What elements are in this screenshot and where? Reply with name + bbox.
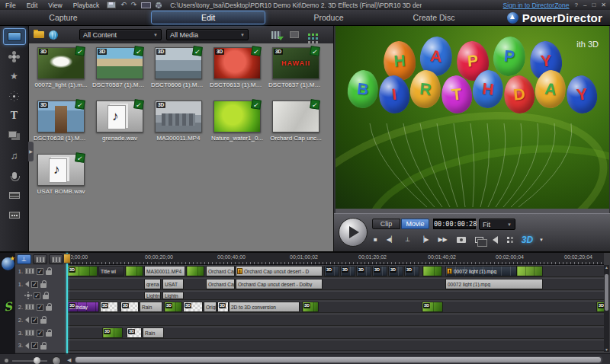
timeline-clip[interactable]: 3D	[102, 327, 123, 338]
timeline-clip[interactable]: Title wi	[98, 266, 124, 276]
timeline-clip[interactable]: grena	[144, 279, 161, 289]
track-enable-checkbox[interactable]: ✓	[37, 304, 43, 311]
timeline-clip[interactable]: 3D	[596, 302, 604, 312]
directorzone-download-icon[interactable]	[271, 31, 281, 39]
sidebar-item-title-room[interactable]: T	[3, 107, 26, 124]
track-enable-checkbox[interactable]: ✓	[31, 342, 38, 349]
magic-style-icon[interactable]: S	[3, 299, 13, 314]
zoom-out-icon[interactable]	[5, 359, 8, 362]
timeline-track-video1[interactable]: 3DTitle wiMA300011.MP4Orchard Cap!Orchar…	[67, 265, 604, 277]
menu-edit[interactable]: Edit	[21, 2, 43, 9]
timeline-clip[interactable]: 00072 light (1).mpg	[445, 279, 543, 289]
timeline-clip[interactable]: USAT	[162, 279, 184, 289]
media-thumbnail[interactable]: 3D✓	[155, 47, 202, 79]
media-thumbnail[interactable]: 3D✓	[214, 47, 261, 79]
track-lock-icon[interactable]	[40, 345, 47, 350]
timeline-clip[interactable]: Orchard Cap	[206, 279, 235, 289]
library-item[interactable]: ✓USAT BOMB.wav	[34, 152, 88, 206]
timeline-clip[interactable]: 3D	[340, 266, 355, 276]
timeline-clip[interactable]: Birthday3D	[67, 302, 99, 312]
timeline-clip[interactable]: 3D	[404, 266, 419, 276]
track-enable-checkbox[interactable]: ✓	[31, 281, 38, 288]
close-button[interactable]: ✕	[601, 2, 606, 8]
sidebar-item-audio-mixing-room[interactable]: ♫	[3, 147, 26, 164]
redo-icon[interactable]: ↷	[131, 2, 137, 8]
timeline-clip[interactable]: Rain	[140, 302, 162, 312]
signin-link[interactable]: Sign in to DirectorZone	[503, 2, 570, 9]
media-thumbnail[interactable]: 3D	[155, 101, 202, 133]
library-item[interactable]: 3D✓DSCT0613 (1).MPO	[210, 46, 265, 99]
scroll-down-icon[interactable]: ▼	[604, 347, 609, 352]
timeline-clip[interactable]: !Orchard Cap uncut desert - D	[236, 266, 323, 276]
track-enable-checkbox[interactable]: ✓	[37, 268, 43, 275]
timeline-clip[interactable]: MA300011.MP4	[144, 266, 185, 276]
timeline-clip[interactable]: Orchard Cap	[206, 266, 235, 276]
scroll-up-icon[interactable]: ▲	[604, 265, 609, 270]
timeline-zoom-slider[interactable]	[12, 360, 47, 362]
timeline-clip[interactable]: 3D	[120, 302, 139, 312]
sidebar-item-pip-objects-room[interactable]: ★	[3, 68, 26, 85]
track-lock-icon[interactable]	[46, 270, 52, 275]
timeline-clip[interactable]: !00072 light (1).mpg	[445, 266, 543, 276]
media-thumbnail[interactable]: ✓	[37, 154, 85, 186]
timeline-view-button[interactable]	[33, 254, 47, 264]
menu-playback[interactable]: Playback	[68, 2, 105, 9]
timeline-clip[interactable]: Rain	[143, 327, 164, 338]
timeline-clip[interactable]: 2D to 3D conversion	[229, 302, 300, 312]
track-lock-icon[interactable]	[46, 306, 52, 311]
tab-capture[interactable]: Capture	[21, 11, 105, 24]
settings-gear-icon[interactable]	[156, 2, 162, 8]
library-item[interactable]: 3D✓DSCT0638 (1).MPO	[34, 99, 88, 152]
storyboard-view-button[interactable]	[49, 254, 63, 264]
maximize-button[interactable]: □	[592, 2, 596, 8]
playhead[interactable]	[66, 253, 68, 353]
dual-preview-icon[interactable]	[475, 237, 483, 243]
sidebar-item-particle-room[interactable]	[3, 88, 26, 104]
media-thumbnail[interactable]: ✓	[214, 101, 261, 133]
media-thumbnail[interactable]: 3D✓	[96, 47, 143, 79]
timeline-clip[interactable]: 3D	[183, 302, 203, 312]
library-item[interactable]: 3D✓DSCT0606 (1).MPO	[151, 46, 206, 99]
timeline-clip[interactable]	[422, 266, 442, 276]
timeline-ruler[interactable]: 00;00;0000;00;20;0000;00;40;0000;01;00;0…	[67, 253, 604, 265]
library-item[interactable]: 3D✓00072_light (1).m...	[34, 46, 88, 99]
media-thumbnail[interactable]: 3D✓	[37, 101, 85, 133]
timeline-track-audio1[interactable]: grenaUSATOrchard CapOrchard Cap uncut de…	[67, 278, 604, 290]
timeline-track-audio2[interactable]	[67, 314, 604, 326]
timeline-track-audio3[interactable]	[67, 340, 604, 351]
sidebar-item-transition-room[interactable]	[3, 127, 26, 144]
track-lock-icon[interactable]	[46, 332, 52, 337]
help-button[interactable]: ?	[575, 2, 578, 8]
timeline-track-fx[interactable]: LightniLightn	[67, 291, 604, 300]
timeline-clip[interactable]: 3D	[127, 327, 142, 338]
tab-produce[interactable]: Produce	[287, 11, 371, 24]
3d-dropdown-arrow[interactable]: ▼	[539, 234, 544, 246]
track-lock-icon[interactable]	[43, 295, 49, 299]
library-item[interactable]: ✓Nature_water1_0...	[210, 99, 265, 152]
track-enable-checkbox[interactable]: ✓	[37, 330, 43, 337]
timeline-horizontal-scrollbar[interactable]	[75, 356, 602, 363]
tab-edit[interactable]: Edit	[151, 11, 265, 24]
sidebar-collapse-handle[interactable]: ▶	[28, 142, 34, 161]
zoom-fit-dropdown[interactable]: Fit ▼	[479, 219, 515, 230]
timeline-clip[interactable]: 3D	[372, 266, 387, 276]
track-manager-button[interactable]: ⊥	[17, 254, 31, 264]
media-thumbnail[interactable]: ✓	[272, 101, 319, 133]
timeline-clip[interactable]	[125, 266, 143, 276]
timeline-track-video2[interactable]: Birthday3D3D3DRain3D3DOrigi3D2D to 3D co…	[67, 301, 604, 313]
clip-mode-button[interactable]: Clip	[372, 219, 400, 229]
download-media-icon[interactable]	[49, 30, 58, 40]
media-thumbnail[interactable]: 3D✓	[37, 47, 85, 79]
sidebar-item-effect-room[interactable]	[3, 48, 26, 65]
track-enable-checkbox[interactable]: ✓	[34, 292, 40, 299]
track-lock-icon[interactable]	[40, 283, 47, 288]
sidebar-item-subtitle-room[interactable]	[3, 206, 26, 223]
minimize-button[interactable]: –	[583, 2, 586, 8]
library-item[interactable]: ✓Orchard Cap unc...	[268, 99, 323, 152]
media-thumbnail[interactable]: HAWAII3D✓	[272, 47, 319, 79]
timeline-clip[interactable]: 3D	[422, 302, 443, 312]
timeline-clip[interactable]: 3D	[388, 266, 403, 276]
save-icon[interactable]	[107, 2, 116, 8]
undo-icon[interactable]: ↶	[120, 2, 127, 8]
directorzone-upload-icon[interactable]	[290, 31, 299, 38]
